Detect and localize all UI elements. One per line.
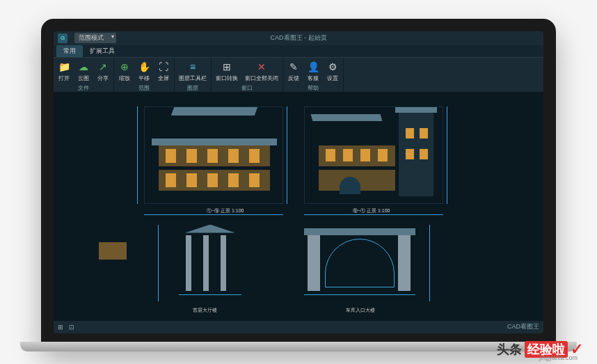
laptop-frame: G 范围模式 CAD看图王 - 起始页 常用 扩展工具 📁打开☁云图↗分享文件⊕… bbox=[41, 19, 556, 346]
ribbon-label: 设置 bbox=[327, 74, 338, 82]
feedback-button[interactable]: ✎反馈 bbox=[286, 59, 301, 84]
fullscreen-button[interactable]: ⛶全屏 bbox=[156, 59, 171, 84]
ribbon-label: 窗口全部关闭 bbox=[245, 74, 278, 82]
tab-extend[interactable]: 扩展工具 bbox=[83, 45, 122, 57]
window-title: CAD看图王 - 起始页 bbox=[271, 33, 327, 42]
status-right: CAD看图王 bbox=[507, 322, 539, 331]
group-title: 窗口 bbox=[214, 84, 280, 92]
title-bar: G 范围模式 CAD看图王 - 起始页 bbox=[54, 31, 543, 45]
ribbon-group: ⊕缩放✋平移⛶全屏范围 bbox=[114, 58, 175, 92]
ribbon-group: ✎反馈👤客服⚙设置帮助 bbox=[283, 58, 344, 92]
settings-button[interactable]: ⚙设置 bbox=[325, 59, 340, 84]
ribbon-group: ⊞窗口转换✕窗口全部关闭窗口 bbox=[212, 58, 283, 92]
screen: G 范围模式 CAD看图王 - 起始页 常用 扩展工具 📁打开☁云图↗分享文件⊕… bbox=[54, 31, 543, 333]
ribbon-label: 平移 bbox=[138, 74, 150, 82]
ribbon-label: 缩放 bbox=[119, 74, 130, 82]
layer-toolbar-button[interactable]: ≡图层工具栏 bbox=[177, 59, 208, 84]
pan-icon: ✋ bbox=[138, 61, 150, 73]
ribbon: 📁打开☁云图↗分享文件⊕缩放✋平移⛶全屏范围≡图层工具栏图层⊞窗口转换✕窗口全部… bbox=[54, 58, 543, 93]
ribbon-label: 全屏 bbox=[158, 74, 169, 82]
ribbon-label: 图层工具栏 bbox=[179, 74, 207, 82]
drawing-label: ①~⑨ 正景 1:100 bbox=[207, 207, 244, 214]
support-icon: 👤 bbox=[307, 61, 319, 73]
status-bar: ⊞ ⊡ CAD看图王 bbox=[54, 321, 543, 333]
mode-selector[interactable]: 范围模式 bbox=[74, 33, 116, 43]
share-button[interactable]: ↗分享 bbox=[95, 59, 111, 84]
group-title: 文件 bbox=[56, 84, 111, 92]
status-icons: ⊞ ⊡ bbox=[58, 324, 74, 331]
tab-common[interactable]: 常用 bbox=[56, 45, 83, 57]
ribbon-label: 客服 bbox=[308, 74, 319, 82]
watermark-url: jingyanla.com bbox=[539, 354, 578, 361]
status-icon[interactable]: ⊞ bbox=[58, 324, 63, 331]
status-icon[interactable]: ⊡ bbox=[69, 324, 74, 331]
open-icon: 📁 bbox=[58, 61, 70, 73]
settings-icon: ⚙ bbox=[326, 61, 339, 73]
group-title: 帮助 bbox=[286, 84, 340, 92]
drawing-label: ⑨~① 正景 1:100 bbox=[353, 207, 390, 214]
ribbon-label: 云图 bbox=[78, 74, 89, 82]
cloud-icon: ☁ bbox=[77, 61, 90, 73]
fullscreen-icon: ⛶ bbox=[157, 61, 170, 73]
open-button[interactable]: 📁打开 bbox=[56, 59, 72, 84]
close-all-button[interactable]: ✕窗口全部关闭 bbox=[244, 59, 280, 84]
ribbon-group: ≡图层工具栏图层 bbox=[175, 58, 212, 92]
ribbon-group: 📁打开☁云图↗分享文件 bbox=[54, 58, 114, 92]
drawing-label: 车库入口大楼 bbox=[346, 307, 375, 314]
share-icon: ↗ bbox=[97, 61, 109, 73]
ribbon-label: 打开 bbox=[58, 74, 70, 82]
window-switch-icon: ⊞ bbox=[221, 61, 233, 73]
app-logo: G bbox=[58, 33, 67, 43]
zoom-button[interactable]: ⊕缩放 bbox=[117, 59, 132, 84]
pan-button[interactable]: ✋平移 bbox=[136, 59, 152, 84]
ribbon-tabs: 常用 扩展工具 bbox=[54, 45, 543, 58]
ribbon-label: 反馈 bbox=[288, 74, 299, 82]
feedback-icon: ✎ bbox=[287, 61, 300, 73]
drawing-label: 首层大厅楼 bbox=[193, 307, 217, 314]
layer-toolbar-icon: ≡ bbox=[186, 61, 199, 73]
ribbon-label: 窗口转换 bbox=[216, 74, 238, 82]
ribbon-label: 分享 bbox=[97, 74, 109, 82]
cloud-button[interactable]: ☁云图 bbox=[76, 59, 91, 84]
drawing-canvas[interactable]: ①~⑨ 正景 1:100⑨~① 正景 1:100首层大厅楼车库入口大楼 bbox=[54, 93, 543, 321]
zoom-icon: ⊕ bbox=[118, 61, 131, 73]
close-all-icon: ✕ bbox=[255, 61, 268, 73]
window-switch-button[interactable]: ⊞窗口转换 bbox=[214, 59, 239, 84]
group-title: 范围 bbox=[117, 84, 171, 92]
group-title: 图层 bbox=[177, 84, 208, 92]
cad-drawing: ①~⑨ 正景 1:100⑨~① 正景 1:100首层大厅楼车库入口大楼 bbox=[54, 93, 543, 321]
support-button[interactable]: 👤客服 bbox=[305, 59, 321, 84]
